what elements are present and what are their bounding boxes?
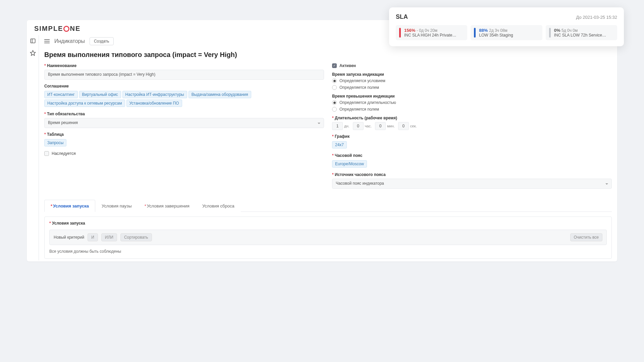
days-input[interactable]: 1 bbox=[332, 122, 343, 130]
exceed-time-label: Время превышения индикации bbox=[332, 94, 612, 99]
sla-desc: LOW 354h Staging bbox=[479, 33, 539, 38]
exceed-opt2-row[interactable]: Определяется полем bbox=[332, 107, 612, 112]
hours-input[interactable]: 0 bbox=[353, 122, 364, 130]
start-opt2-label: Определяется полем bbox=[339, 85, 379, 90]
panel-heading: * Условия запуска bbox=[45, 217, 611, 226]
app-window: SIMPLENE Индикаторы Создать Время выполн… bbox=[27, 20, 617, 261]
tab-complete-label: Условия завершения bbox=[147, 203, 190, 208]
minutes-unit: мин. bbox=[387, 124, 395, 128]
seconds-input[interactable]: 0 bbox=[398, 122, 409, 130]
sla-pct: 88% bbox=[479, 28, 488, 33]
start-opt2-radio[interactable] bbox=[332, 85, 337, 90]
left-rail bbox=[27, 35, 39, 260]
sla-item[interactable]: 0% 5д 0ч 0м INC SLA LOW 72h Service… bbox=[546, 25, 617, 40]
sla-item[interactable]: 156% - 0д 0ч 20м INC SLA HIGH 24h Privat… bbox=[396, 25, 467, 40]
exceed-opt1-radio[interactable] bbox=[332, 100, 337, 105]
or-button[interactable]: ИЛИ bbox=[101, 233, 117, 241]
active-checkbox[interactable] bbox=[332, 63, 337, 68]
panel-note: Все условия должны быть соблюдены bbox=[45, 249, 611, 258]
seconds-unit: сек. bbox=[410, 124, 417, 128]
svg-marker-2 bbox=[30, 51, 35, 56]
sla-time: - 0д 0ч 20м bbox=[417, 28, 437, 33]
panel-head-text: Условия запуска bbox=[52, 221, 85, 226]
sla-time: 2д 3ч 08м bbox=[489, 28, 507, 33]
start-time-label: Время запуска индикации bbox=[332, 72, 612, 77]
logo-o-icon bbox=[63, 26, 69, 32]
tz-chip[interactable]: Europe/Moscow bbox=[332, 160, 367, 168]
exceed-opt2-radio[interactable] bbox=[332, 107, 337, 112]
start-opt2-row[interactable]: Определяется полем bbox=[332, 85, 612, 90]
agreement-label: Соглашение bbox=[44, 84, 324, 88]
hamburger-icon[interactable] bbox=[44, 39, 50, 43]
agreement-chip[interactable]: Настройка доступа к сетевым ресурсам bbox=[44, 100, 125, 107]
table-label: Таблица bbox=[44, 132, 324, 137]
schedule-chip[interactable]: 24x7 bbox=[332, 141, 347, 148]
start-opt1-row[interactable]: Определяется условием bbox=[332, 78, 612, 83]
agreement-chip[interactable]: Настройка ИТ-инфраструктуры bbox=[122, 91, 187, 98]
tab-complete-conditions[interactable]: *Условия завершения bbox=[138, 200, 196, 212]
tz-chips[interactable]: Europe/Moscow bbox=[332, 160, 612, 168]
table-chip[interactable]: Запросы bbox=[44, 139, 66, 146]
sla-desc: INC SLA HIGH 24h Private… bbox=[404, 33, 464, 38]
new-criteria-label: Новый критерий bbox=[54, 235, 84, 240]
days-unit: дн. bbox=[344, 124, 350, 128]
tz-label: Часовой пояс bbox=[332, 153, 612, 158]
sla-bar bbox=[399, 28, 401, 38]
sort-button[interactable]: Сортировать bbox=[120, 233, 152, 241]
inherited-checkbox[interactable] bbox=[44, 151, 49, 156]
tz-source-select[interactable]: Часовой пояс индикатора bbox=[332, 179, 612, 189]
sla-item[interactable]: 88% 2д 3ч 08м LOW 354h Staging bbox=[471, 25, 542, 40]
star-icon[interactable] bbox=[30, 50, 36, 56]
agreement-chip[interactable]: Виртуальный офис bbox=[79, 91, 121, 98]
svg-rect-0 bbox=[31, 39, 35, 43]
agreement-chip[interactable]: ИТ-консалтинг bbox=[44, 91, 78, 98]
tabs: *Условия запуска Условия паузы *Условия … bbox=[44, 199, 612, 212]
tab-pause-conditions[interactable]: Условия паузы bbox=[95, 200, 138, 212]
logo: SIMPLENE bbox=[34, 25, 80, 33]
tab-start-label: Условия запуска bbox=[53, 203, 89, 208]
start-opt1-label: Определяется условием bbox=[339, 78, 385, 83]
exceed-opt1-label: Определяется длительностью bbox=[339, 100, 396, 105]
active-row[interactable]: Активен bbox=[332, 63, 612, 68]
agreement-chips[interactable]: ИТ-консалтингВиртуальный офисНастройка И… bbox=[44, 90, 324, 108]
form-right-column: Активен Время запуска индикации Определя… bbox=[332, 63, 612, 193]
duration-row: 1дн. 0час. 0мин. 0сек. bbox=[332, 122, 612, 130]
and-button[interactable]: И bbox=[88, 233, 98, 241]
tab-start-conditions[interactable]: *Условия запуска bbox=[44, 200, 95, 212]
schedule-label: График bbox=[332, 134, 612, 139]
exceed-opt2-label: Определяется полем bbox=[339, 107, 379, 112]
logo-text-pre: SIMPLE bbox=[34, 25, 63, 33]
hours-unit: час. bbox=[365, 124, 372, 128]
sla-title: SLA bbox=[396, 13, 408, 20]
tab-reset-conditions[interactable]: Условия сброса bbox=[196, 200, 241, 212]
active-label: Активен bbox=[339, 63, 356, 68]
sla-bar bbox=[549, 28, 551, 38]
conditions-panel: * Условия запуска Новый критерий И ИЛИ С… bbox=[44, 217, 612, 259]
obligation-label: Тип обязательства bbox=[44, 112, 324, 116]
inherited-row[interactable]: Наследуется bbox=[44, 151, 324, 156]
sla-pct: 156% bbox=[404, 28, 415, 33]
form-left-column: Наименование Время выполнения типового з… bbox=[44, 63, 324, 193]
schedule-chips[interactable]: 24x7 bbox=[332, 140, 612, 149]
logo-text-post: NE bbox=[70, 25, 80, 33]
clear-all-button[interactable]: Очистить все bbox=[570, 233, 602, 241]
name-label: Наименование bbox=[44, 63, 324, 68]
inherited-label: Наследуется bbox=[52, 151, 76, 156]
minutes-input[interactable]: 0 bbox=[375, 122, 386, 130]
sla-pct: 0% bbox=[554, 28, 560, 33]
create-button[interactable]: Создать bbox=[90, 37, 114, 45]
page-title: Время выполнения типового запроса (impac… bbox=[39, 50, 617, 63]
exceed-opt1-row[interactable]: Определяется длительностью bbox=[332, 100, 612, 105]
agreement-chip[interactable]: Установка/обновление ПО bbox=[126, 100, 182, 107]
breadcrumb[interactable]: Индикаторы bbox=[54, 38, 85, 44]
agreement-chip[interactable]: Выдача/замена оборудования bbox=[189, 91, 251, 98]
sla-bar bbox=[474, 28, 476, 38]
sla-time: 5д 0ч 0м bbox=[561, 28, 578, 33]
criteria-toolbar: Новый критерий И ИЛИ Сортировать Очистит… bbox=[49, 230, 607, 245]
sidebar-toggle-icon[interactable] bbox=[30, 38, 36, 44]
sla-items: 156% - 0д 0ч 20м INC SLA HIGH 24h Privat… bbox=[396, 25, 617, 40]
name-input[interactable]: Время выполнения типового запроса (impac… bbox=[44, 70, 324, 80]
obligation-select[interactable]: Время решения bbox=[44, 118, 324, 128]
table-chips[interactable]: Запросы bbox=[44, 138, 324, 147]
start-opt1-radio[interactable] bbox=[332, 78, 337, 83]
